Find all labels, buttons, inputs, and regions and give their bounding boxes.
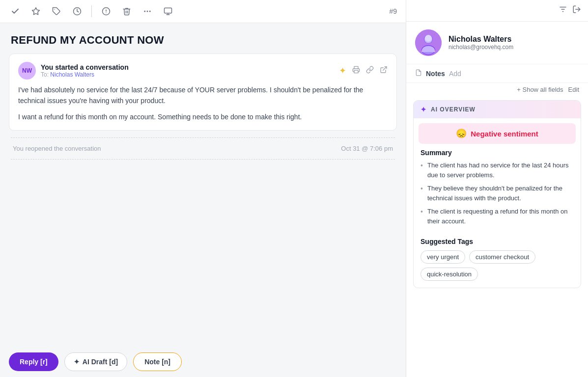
svg-marker-0 [32, 8, 40, 15]
ai-icon: ✦ [74, 358, 80, 366]
email-title: REFUND MY ACCOUNT NOW [0, 23, 406, 54]
alert-icon[interactable] [100, 5, 112, 18]
tags-section: Suggested Tags very urgent customer chec… [414, 235, 581, 288]
check-icon[interactable] [9, 5, 22, 18]
status-timestamp: Oct 31 @ 7:06 pm [341, 145, 393, 152]
show-fields-row: + Show all fields Edit [406, 83, 588, 96]
message-body: I've had absolutely no service for the l… [18, 84, 388, 122]
user-email: nicholas@groovehq.com [448, 44, 513, 51]
print-icon[interactable] [352, 66, 360, 76]
reply-button[interactable]: Reply [r] [9, 352, 58, 371]
recipient-link[interactable]: Nicholas Walters [50, 71, 94, 78]
sparkle-icon[interactable]: ✦ [339, 65, 346, 76]
right-toolbar [406, 0, 588, 22]
tag-icon[interactable] [50, 5, 63, 18]
status-bar: You reopened the conversation Oct 31 @ 7… [11, 137, 395, 160]
sentiment-emoji: 😞 [456, 128, 467, 139]
message-to: To: Nicholas Walters [41, 71, 339, 78]
tags-list: very urgent customer checkout quick-reso… [420, 250, 574, 281]
sentiment-text: Negative sentiment [471, 130, 538, 138]
summary-item: The client has had no service for the la… [420, 161, 574, 180]
ai-overview-title: AI OVERVIEW [431, 106, 476, 113]
left-panel: #9 REFUND MY ACCOUNT NOW NW You started … [0, 0, 406, 377]
message-from-label: You started a conversation [41, 63, 339, 71]
summary-item: The client is requesting a refund for th… [420, 207, 574, 226]
tag-customer-checkout[interactable]: customer checkout [469, 250, 535, 264]
user-avatar [415, 29, 442, 56]
sentiment-indicator: 😞 Negative sentiment [419, 123, 576, 144]
svg-point-8 [150, 11, 151, 12]
note-button[interactable]: Note [n] [133, 352, 182, 371]
message-meta: You started a conversation To: Nicholas … [41, 63, 339, 78]
avatar: NW [18, 62, 36, 80]
divider [91, 5, 92, 17]
notes-add-button[interactable]: Add [449, 70, 461, 78]
trash-icon[interactable] [120, 5, 133, 18]
message-actions: ✦ [339, 65, 388, 76]
user-profile: Nicholas Walters nicholas@groovehq.com [406, 22, 588, 64]
message-header: NW You started a conversation To: Nichol… [18, 62, 388, 80]
toolbar: #9 [0, 0, 406, 23]
svg-point-23 [425, 35, 432, 42]
summary-list: The client has had no service for the la… [420, 161, 574, 226]
status-text: You reopened the conversation [13, 145, 101, 152]
star-icon[interactable] [29, 5, 42, 18]
tags-title: Suggested Tags [420, 238, 574, 245]
svg-rect-12 [354, 70, 358, 73]
notes-label: Notes [426, 70, 445, 78]
ai-overview-section: ✦ AI OVERVIEW 😞 Negative sentiment Summa… [413, 100, 581, 288]
clock-icon[interactable] [71, 5, 84, 18]
edit-link[interactable]: Edit [568, 86, 579, 93]
right-panel: Nicholas Walters nicholas@groovehq.com N… [406, 0, 588, 377]
filter-icon[interactable] [559, 5, 567, 16]
ai-overview-header: ✦ AI OVERVIEW [414, 101, 581, 118]
ai-star-icon: ✦ [420, 106, 427, 113]
svg-line-13 [383, 67, 387, 70]
summary-title: Summary [420, 149, 574, 157]
notes-icon [415, 69, 422, 78]
message-card: NW You started a conversation To: Nichol… [9, 54, 397, 131]
tag-very-urgent[interactable]: very urgent [420, 250, 465, 264]
show-all-fields-link[interactable]: + Show all fields [517, 86, 563, 93]
action-buttons: Reply [r] ✦ AI Draft [d] Note [n] [0, 347, 406, 377]
ticket-number: #9 [389, 7, 397, 15]
svg-rect-9 [165, 8, 172, 13]
notes-row: Notes Add [406, 64, 588, 83]
summary-item: They believe they shouldn't be penalized… [420, 184, 574, 203]
tag-quick-resolution[interactable]: quick-resolution [420, 268, 478, 281]
svg-point-6 [144, 11, 145, 12]
message-body-line2: I want a refund for this month on my acc… [18, 111, 388, 122]
user-name: Nicholas Walters [448, 35, 513, 44]
link-icon[interactable] [366, 66, 374, 76]
message-body-line1: I've had absolutely no service for the l… [18, 84, 388, 107]
person-icon[interactable] [162, 5, 174, 18]
summary-section: Summary The client has had no service fo… [414, 149, 581, 235]
conversation-area: NW You started a conversation To: Nichol… [0, 54, 406, 347]
svg-point-7 [147, 11, 148, 12]
more-icon[interactable] [141, 5, 154, 18]
expand-icon[interactable] [380, 66, 388, 76]
signout-icon[interactable] [572, 5, 581, 16]
user-info: Nicholas Walters nicholas@groovehq.com [448, 35, 513, 51]
ai-draft-button[interactable]: ✦ AI Draft [d] [64, 352, 127, 371]
